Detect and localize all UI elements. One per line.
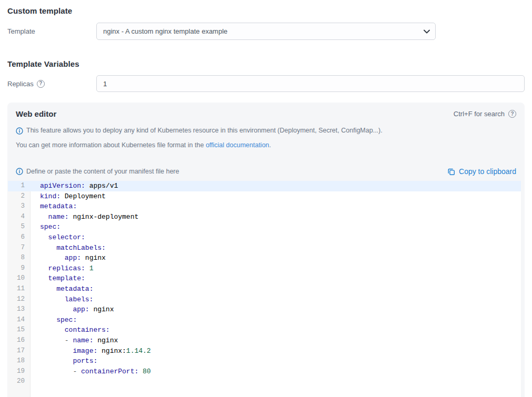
info-message-1-text: This feature allows you to deploy any ki… [26, 126, 383, 135]
code-line[interactable]: 11 metadata: [8, 284, 521, 294]
code-line[interactable]: 14 spec: [8, 315, 521, 325]
template-variables-heading: Template Variables [7, 59, 525, 68]
code-line[interactable]: 17 image: nginx:1.14.2 [8, 346, 521, 357]
code-line[interactable]: 19 - containerPort: 80 [8, 367, 521, 377]
code-text: - containerPort: 80 [30, 367, 151, 377]
template-form-row: Template nginx - A custom nginx template… [7, 23, 525, 40]
code-line[interactable]: 8 app: nginx [8, 253, 521, 263]
code-text: kind: Deployment [30, 191, 106, 202]
code-text: app: nginx [30, 304, 114, 315]
replicas-label: Replicas [7, 80, 34, 88]
code-text: selector: [30, 232, 85, 243]
page-title: Custom template [7, 6, 525, 15]
line-number: 12 [8, 294, 30, 305]
code-text: app: nginx [30, 253, 106, 263]
code-text: image: nginx:1.14.2 [30, 346, 151, 357]
custom-template-page: Custom template Template nginx - A custo… [0, 6, 532, 397]
code-text: - name: nginx [30, 335, 118, 346]
manifest-hint: Define or paste the content of your mani… [16, 168, 179, 175]
code-line[interactable]: 2kind: Deployment [8, 191, 521, 202]
line-number: 2 [8, 191, 30, 202]
code-line[interactable]: 6 selector: [8, 232, 521, 243]
help-icon[interactable]: ? [37, 80, 45, 88]
line-number: 10 [8, 273, 30, 284]
web-editor-header: Web editor Ctrl+F for search ? [7, 109, 525, 118]
line-number: 11 [8, 284, 30, 294]
line-number: 20 [8, 376, 30, 387]
official-documentation-link[interactable]: official documentation [206, 141, 269, 149]
info-message-2-text: You can get more information about Kuber… [16, 141, 271, 150]
info-message-1: This feature allows you to deploy any ki… [7, 126, 525, 135]
code-line[interactable]: 5spec: [8, 222, 521, 232]
code-text: name: nginx-deployment [30, 212, 138, 222]
code-line[interactable]: 12 labels: [8, 294, 521, 305]
code-text: template: [30, 273, 85, 284]
line-number: 1 [8, 181, 30, 191]
code-editor[interactable]: 1apiVersion: apps/v12kind: Deployment3me… [8, 181, 521, 397]
line-number: 3 [8, 201, 30, 212]
code-text: metadata: [30, 284, 93, 294]
code-line[interactable]: 15 containers: [8, 325, 521, 335]
line-number: 16 [8, 335, 30, 346]
web-editor-widget: Web editor Ctrl+F for search ? This feat… [7, 103, 525, 397]
code-line[interactable]: 7 matchLabels: [8, 243, 521, 253]
code-line[interactable]: 13 app: nginx [8, 304, 521, 315]
line-number: 9 [8, 263, 30, 274]
replicas-input[interactable] [96, 75, 525, 92]
code-text: replicas: 1 [30, 263, 93, 274]
editor-toolbar: Define or paste the content of your mani… [7, 167, 525, 176]
line-number: 7 [8, 243, 30, 253]
line-number: 4 [8, 212, 30, 222]
copy-icon [447, 168, 455, 176]
code-text: matchLabels: [30, 243, 106, 253]
copy-to-clipboard-button[interactable]: Copy to clipboard [447, 167, 516, 176]
code-text: labels: [30, 294, 93, 305]
code-line[interactable]: 10 template: [8, 273, 521, 284]
line-number: 13 [8, 304, 30, 315]
code-text [30, 376, 40, 387]
code-text: metadata: [30, 201, 77, 212]
line-number: 19 [8, 367, 30, 377]
code-line[interactable]: 3metadata: [8, 201, 521, 212]
replicas-label-wrap: Replicas ? [7, 80, 96, 88]
line-number: 14 [8, 315, 30, 325]
search-hint: Ctrl+F for search ? [454, 110, 516, 118]
search-hint-text: Ctrl+F for search [454, 110, 505, 118]
template-select[interactable]: nginx - A custom nginx template example [96, 23, 436, 40]
code-text: spec: [30, 222, 61, 232]
template-label: Template [7, 27, 96, 35]
template-select-wrap: nginx - A custom nginx template example [96, 23, 436, 40]
replicas-form-row: Replicas ? [7, 75, 525, 92]
copy-to-clipboard-label: Copy to clipboard [459, 167, 516, 176]
code-line[interactable]: 4 name: nginx-deployment [8, 212, 521, 222]
code-line[interactable]: 20 [8, 376, 521, 387]
info-message-2: You can get more information about Kuber… [7, 141, 525, 150]
info-icon [16, 127, 23, 135]
line-number: 6 [8, 232, 30, 243]
manifest-hint-text: Define or paste the content of your mani… [26, 168, 179, 175]
code-text: ports: [30, 356, 97, 367]
line-number: 5 [8, 222, 30, 232]
web-editor-title: Web editor [16, 109, 56, 118]
code-text: spec: [30, 315, 77, 325]
help-icon[interactable]: ? [508, 110, 516, 118]
code-text: apiVersion: apps/v1 [30, 181, 118, 191]
code-line[interactable]: 1apiVersion: apps/v1 [8, 181, 521, 191]
line-number: 8 [8, 253, 30, 263]
line-number: 17 [8, 346, 30, 357]
code-line[interactable]: 18 ports: [8, 356, 521, 367]
code-lines: 1apiVersion: apps/v12kind: Deployment3me… [8, 181, 521, 387]
code-text: containers: [30, 325, 110, 335]
info-icon [16, 168, 23, 175]
code-line[interactable]: 9 replicas: 1 [8, 263, 521, 274]
code-line[interactable]: 16 - name: nginx [8, 335, 521, 346]
line-number: 18 [8, 356, 30, 367]
line-number: 15 [8, 325, 30, 335]
